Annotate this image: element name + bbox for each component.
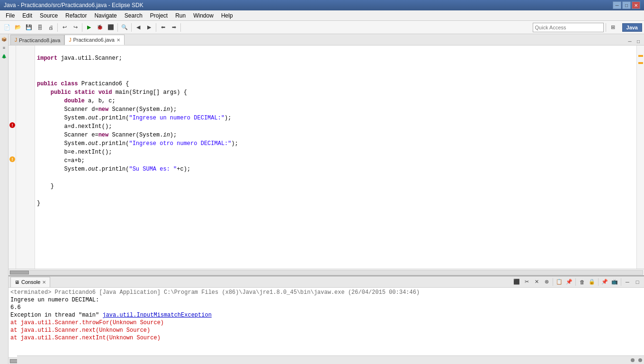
console-paste-button[interactable]: 📌 — [564, 277, 574, 287]
tab-icon-1: J — [15, 37, 17, 43]
console-disconnect-button[interactable]: ✂ — [522, 277, 531, 287]
quick-access-container: ⊞ Java — [533, 22, 642, 33]
console-stop-button[interactable]: ⬛ — [512, 277, 521, 287]
scroll-marker-2 — [638, 62, 643, 64]
console-sep-3 — [598, 278, 599, 286]
console-stack-3: at java.util.Scanner.nextInt(Unknown Sou… — [10, 334, 642, 342]
tab-icon-2: J — [69, 37, 71, 43]
console-tab-close[interactable]: ✕ — [42, 280, 46, 285]
open-button[interactable]: 📂 — [13, 22, 23, 33]
line-num — [16, 46, 35, 54]
console-min-button[interactable]: ─ — [623, 277, 632, 287]
title-text: Java - Practicando/src/Practicando6.java… — [4, 2, 143, 9]
java-perspective-badge[interactable]: Java — [622, 23, 642, 32]
tb-sep-3 — [117, 23, 118, 32]
console-content[interactable]: <terminated> Practicando6 [Java Applicat… — [9, 288, 644, 357]
main-area: J Practicando8.java J Practicando6.java … — [9, 34, 644, 364]
menu-run[interactable]: Run — [171, 11, 189, 20]
console-section: 🖥 Console ✕ ⬛ ✂ ✕ ⊗ 📋 📌 🗑 🔒 📌 📺 — [9, 276, 644, 364]
editor-max-button[interactable]: □ — [635, 37, 642, 45]
console-exception-link[interactable]: java.util.InputMismatchException — [102, 312, 211, 318]
title-bar-buttons: ─ □ ✕ — [613, 1, 640, 9]
editor-min-button[interactable]: ─ — [626, 37, 634, 45]
prev-anno-button[interactable]: ◀ — [133, 22, 143, 33]
console-clear-button[interactable]: 🗑 — [577, 277, 587, 287]
code-area[interactable]: import java.util.Scanner; public class P… — [35, 46, 636, 269]
error-gutter: ! ! — [9, 46, 16, 269]
right-scrollbar[interactable] — [636, 46, 644, 269]
menu-bar: File Edit Source Refactor Navigate Searc… — [0, 10, 644, 21]
tb-sep-2 — [82, 23, 82, 32]
console-scroll-lock-button[interactable]: 🔒 — [587, 277, 597, 287]
close-button[interactable]: ✕ — [632, 1, 640, 9]
line-num — [16, 54, 35, 63]
quick-access-input[interactable] — [533, 23, 604, 32]
forward-button[interactable]: ➡ — [169, 22, 179, 33]
console-remove-button[interactable]: ✕ — [532, 277, 541, 287]
status-dot-1 — [631, 358, 635, 362]
line-num — [16, 131, 35, 139]
left-gutter: 📦 ≡ 🌲 — [0, 34, 9, 364]
minimize-button[interactable]: ─ — [613, 1, 621, 9]
tb-sep-6 — [180, 23, 181, 32]
menu-edit[interactable]: Edit — [18, 11, 36, 20]
editor-hscroll[interactable] — [9, 269, 644, 275]
tab-close-button[interactable]: ✕ — [116, 37, 120, 43]
back-button[interactable]: ⬅ — [158, 22, 168, 33]
console-max-button[interactable]: □ — [633, 277, 642, 287]
undo-button[interactable]: ↩ — [59, 22, 70, 33]
editor-section: J Practicando8.java J Practicando6.java … — [9, 34, 644, 276]
debug-button[interactable]: 🐞 — [95, 22, 105, 33]
console-error-1: Exception in thread "main" java.util.Inp… — [10, 311, 642, 319]
console-display-button[interactable]: 📺 — [610, 277, 619, 287]
console-remove-all-button[interactable]: ⊗ — [542, 277, 551, 287]
new-button[interactable]: 📄 — [2, 22, 12, 33]
line-num — [16, 182, 35, 191]
console-value-1: 6.6 — [10, 304, 642, 311]
line-num — [16, 122, 35, 131]
menu-help[interactable]: Help — [217, 11, 237, 20]
perspective-button[interactable]: ⊞ — [608, 22, 618, 33]
console-pin-button[interactable]: 📌 — [600, 277, 609, 287]
qa-sep — [606, 23, 606, 32]
next-anno-button[interactable]: ▶ — [144, 22, 154, 33]
line-num — [16, 97, 35, 105]
console-stack-1: at java.util.Scanner.throwFor(Unknown So… — [10, 319, 642, 327]
console-copy-button[interactable]: 📋 — [555, 277, 564, 287]
line-num — [16, 148, 35, 156]
maximize-button[interactable]: □ — [622, 1, 631, 9]
line-num — [16, 173, 35, 182]
package-explorer-icon[interactable]: 📦 — [1, 36, 8, 43]
line-num — [16, 139, 35, 148]
line-num — [16, 88, 35, 97]
outline-icon[interactable]: ≡ — [1, 45, 8, 51]
menu-project[interactable]: Project — [146, 11, 171, 20]
editor-tabs: J Practicando8.java J Practicando6.java … — [9, 34, 644, 46]
redo-button[interactable]: ↪ — [70, 22, 80, 33]
stop-button[interactable]: ⬛ — [106, 22, 116, 33]
menu-refactor[interactable]: Refactor — [62, 11, 90, 20]
line-num — [16, 63, 35, 71]
menu-window[interactable]: Window — [189, 11, 217, 20]
h-scroll-thumb[interactable] — [10, 271, 29, 274]
toolbar: 📄 📂 💾 🗄 🖨 ↩ ↪ ▶ 🐞 ⬛ 🔍 ◀ ▶ ⬅ ➡ ⊞ Java — [0, 21, 644, 34]
console-tab[interactable]: 🖥 Console ✕ — [10, 277, 50, 287]
save-all-button[interactable]: 🗄 — [35, 22, 45, 33]
h-scroll-track[interactable] — [9, 270, 643, 275]
menu-file[interactable]: File — [2, 11, 18, 20]
console-sep-2 — [575, 278, 576, 286]
console-terminated-line: <terminated> Practicando6 [Java Applicat… — [10, 289, 642, 296]
menu-search[interactable]: Search — [121, 11, 146, 20]
print-button[interactable]: 🖨 — [45, 22, 56, 33]
tab-practicando6[interactable]: J Practicando6.java ✕ — [64, 35, 124, 45]
editor-content: ! ! — [9, 46, 644, 269]
run-button[interactable]: ▶ — [84, 22, 94, 33]
tb-sep-4 — [131, 23, 132, 32]
menu-navigate[interactable]: Navigate — [90, 11, 120, 20]
search-button[interactable]: 🔍 — [119, 22, 130, 33]
save-button[interactable]: 💾 — [24, 22, 34, 33]
hierarchy-icon[interactable]: 🌲 — [1, 53, 8, 60]
tab-practicando8[interactable]: J Practicando8.java — [10, 35, 64, 45]
menu-source[interactable]: Source — [36, 11, 62, 20]
console-header: 🖥 Console ✕ ⬛ ✂ ✕ ⊗ 📋 📌 🗑 🔒 📌 📺 — [9, 276, 644, 288]
